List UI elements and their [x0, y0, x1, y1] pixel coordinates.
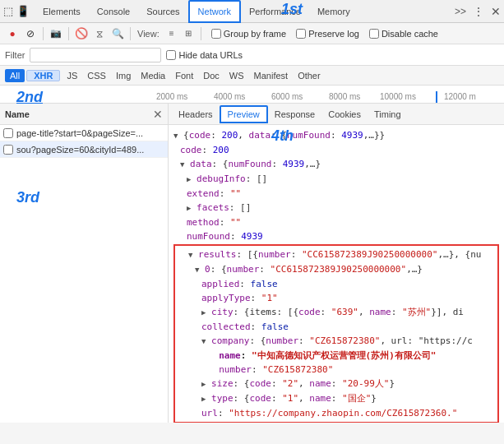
tab-console[interactable]: Console [89, 0, 138, 23]
clear-button[interactable]: 🚫 [74, 26, 89, 41]
timeline-label-8000: 8000 ms [329, 92, 360, 101]
type-btn-ws[interactable]: WS [224, 69, 249, 82]
network-toolbar: ● ⊘ 📷 🚫 ⧖ 🔍 View: ≡ ⊞ Group by frame Pre… [0, 23, 504, 44]
json-debuginfo-line: debugInfo: [] [173, 172, 499, 187]
json-city-line[interactable]: city: {items: [{code: "639", name: "苏州"}… [175, 305, 497, 320]
json-collected-line: collected: false [175, 320, 497, 334]
hide-data-label[interactable]: Hide data URLs [166, 50, 243, 60]
json-data-line[interactable]: data: {numFound: 4939,…} [173, 157, 499, 172]
preview-tab-timing[interactable]: Timing [368, 107, 408, 122]
hide-data-text: Hide data URLs [178, 50, 243, 60]
close-preview-button[interactable]: ✕ [153, 108, 163, 121]
window-controls: ⬚ 📱 [3, 5, 30, 17]
group-frame-checkbox[interactable] [211, 29, 221, 39]
grid-view-button[interactable]: ⊞ [181, 26, 196, 41]
json-extend-line: extend: "" [173, 187, 499, 201]
type-btn-other[interactable]: Other [293, 69, 326, 82]
json-size-line[interactable]: size: {code: "2", name: "20-99人"} [175, 377, 497, 391]
request-checkbox-1[interactable] [3, 128, 13, 138]
json-type-line[interactable]: type: {code: "1", name: "国企"} [175, 391, 497, 406]
company-triangle[interactable] [201, 335, 206, 346]
json-root-brace: { [183, 130, 189, 141]
search-button[interactable]: 🔍 [110, 26, 125, 41]
json-applied-line: applied: false [175, 277, 497, 291]
type-triangle[interactable] [201, 393, 206, 404]
tab-elements[interactable]: Elements [35, 0, 89, 23]
type-btn-media[interactable]: Media [136, 69, 170, 82]
more-tabs-icon[interactable]: >> [455, 6, 466, 17]
timeline-label-2000: 2000 ms [156, 92, 187, 101]
json-item0-header[interactable]: 0: {number: "CC615872389J90250000000",…} [175, 262, 497, 277]
type-btn-manifest[interactable]: Manifest [249, 69, 294, 82]
item0-triangle[interactable] [195, 264, 199, 275]
request-item-1[interactable]: page-title?start=0&pageSize=... [0, 125, 168, 141]
type-btn-font[interactable]: Font [170, 69, 198, 82]
type-btn-doc[interactable]: Doc [198, 69, 224, 82]
type-btn-css[interactable]: CSS [82, 69, 111, 82]
request-item-2[interactable]: sou?pageSize=60&cityId=489... [0, 141, 168, 158]
json-company-number-line: number: "CZ615872380" [175, 363, 497, 377]
filter-row: Filter Hide data URLs [0, 44, 504, 66]
toolbar-divider-1 [43, 27, 44, 40]
preview-tab-response[interactable]: Response [268, 107, 322, 122]
city-triangle[interactable] [201, 307, 206, 317]
inspect-icon[interactable]: ⬚ [3, 5, 13, 17]
requests-header: Name ✕ [0, 104, 168, 125]
list-view-button[interactable]: ≡ [164, 26, 179, 41]
tab-network[interactable]: Network [188, 0, 241, 23]
preview-tab-cookies[interactable]: Cookies [321, 107, 368, 122]
requests-header-label: Name [5, 109, 30, 119]
disable-cache-label[interactable]: Disable cache [369, 29, 438, 39]
type-btn-xhr[interactable]: XHR [30, 71, 56, 81]
results-triangle[interactable] [188, 249, 192, 260]
toolbar-divider-3 [130, 27, 131, 40]
group-frame-label[interactable]: Group by frame [211, 29, 286, 39]
tab-memory[interactable]: Memory [309, 0, 358, 23]
disable-cache-checkbox[interactable] [369, 29, 379, 39]
filter-label: Filter [5, 50, 25, 60]
hide-data-checkbox[interactable] [166, 50, 176, 60]
size-triangle[interactable] [201, 378, 206, 389]
type-btn-all[interactable]: All [5, 69, 25, 82]
preview-tab-preview[interactable]: Preview [220, 105, 268, 123]
type-btn-img[interactable]: Img [111, 69, 136, 82]
camera-button[interactable]: 📷 [49, 26, 63, 41]
json-company-header[interactable]: company: {number: "CZ615872380", url: "h… [175, 334, 497, 349]
debuginfo-triangle[interactable] [187, 173, 191, 184]
type-filter-bar: All XHR JS CSS Img Media Font Doc WS Man… [0, 66, 504, 86]
request-checkbox-2[interactable] [3, 145, 13, 155]
record-button[interactable]: ● [5, 26, 20, 41]
devtools-window: ⬚ 📱 Elements Console Sources Network Per… [0, 0, 504, 444]
preserve-log-text: Preserve log [308, 29, 359, 39]
xhr-badge-box: XHR [26, 70, 60, 81]
preserve-log-checkbox[interactable] [296, 29, 306, 39]
device-icon[interactable]: 📱 [16, 5, 30, 17]
tab-performance[interactable]: Performance [241, 0, 309, 23]
data-triangle[interactable] [180, 159, 184, 169]
root-triangle[interactable] [173, 130, 178, 141]
json-results-header[interactable]: results: [{number: "CC615872389J90250000… [175, 247, 497, 262]
request-name-2: sou?pageSize=60&cityId=489... [16, 145, 164, 155]
stop-button[interactable]: ⊘ [23, 26, 38, 41]
close-devtools-icon[interactable]: ✕ [491, 5, 501, 18]
preview-tab-headers[interactable]: Headers [172, 107, 220, 122]
settings-icon[interactable]: ⋮ [473, 5, 484, 18]
json-numfound-line: numFound: 4939 [173, 229, 499, 243]
view-label: View: [137, 29, 160, 39]
tab-bar: ⬚ 📱 Elements Console Sources Network Per… [0, 0, 504, 23]
type-btn-js[interactable]: JS [62, 69, 82, 82]
toolbar-checkboxes: Group by frame Preserve log Disable cach… [211, 29, 438, 39]
view-toggle: ≡ ⊞ [164, 26, 196, 41]
results-highlighted-box: results: [{number: "CC615872389J90250000… [173, 244, 499, 423]
toolbar-divider-2 [68, 27, 69, 40]
json-tree[interactable]: {code: 200, data: {numFound: 4939,…}} co… [169, 125, 504, 423]
group-frame-text: Group by frame [224, 29, 286, 39]
tab-sources[interactable]: Sources [138, 0, 187, 23]
filter-button[interactable]: ⧖ [92, 26, 107, 41]
preserve-log-label[interactable]: Preserve log [296, 29, 359, 39]
facets-triangle[interactable] [187, 202, 191, 213]
json-code-key: code [189, 130, 211, 141]
json-root-line[interactable]: {code: 200, data: {numFound: 4939,…}} [173, 128, 499, 143]
filter-input[interactable] [30, 48, 161, 62]
preview-panel: Headers Preview Response Cookies Timing … [169, 104, 504, 423]
